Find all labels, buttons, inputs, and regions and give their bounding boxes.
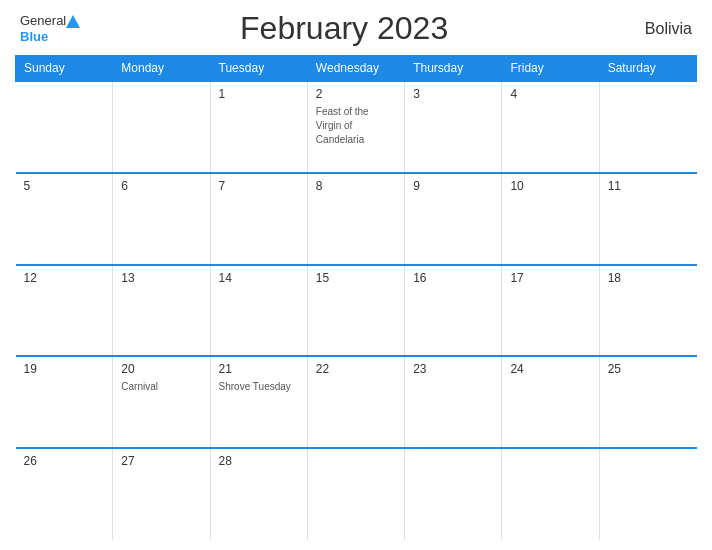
table-row: 17	[502, 265, 599, 357]
table-row	[307, 448, 404, 540]
event-text: Feast of the Virgin of Candelaria	[316, 106, 369, 145]
calendar-container: General Blue February 2023 Bolivia Sunda…	[0, 0, 712, 550]
table-row: 20Carnival	[113, 356, 210, 448]
table-row	[502, 448, 599, 540]
table-row: 23	[405, 356, 502, 448]
month-title: February 2023	[66, 10, 622, 47]
logo: General Blue	[20, 13, 66, 44]
col-monday: Monday	[113, 56, 210, 82]
calendar-header: General Blue February 2023 Bolivia	[15, 10, 697, 47]
day-number: 4	[510, 87, 590, 101]
day-number: 7	[219, 179, 299, 193]
day-number: 13	[121, 271, 201, 285]
day-number: 1	[219, 87, 299, 101]
day-number: 26	[24, 454, 105, 468]
table-row: 3	[405, 81, 502, 173]
table-row: 10	[502, 173, 599, 265]
table-row	[405, 448, 502, 540]
calendar-week-row: 12Feast of the Virgin of Candelaria34	[16, 81, 697, 173]
col-thursday: Thursday	[405, 56, 502, 82]
calendar-week-row: 567891011	[16, 173, 697, 265]
calendar-header-row: Sunday Monday Tuesday Wednesday Thursday…	[16, 56, 697, 82]
day-number: 18	[608, 271, 689, 285]
calendar-week-row: 1920Carnival21Shrove Tuesday22232425	[16, 356, 697, 448]
col-wednesday: Wednesday	[307, 56, 404, 82]
day-number: 24	[510, 362, 590, 376]
day-number: 5	[24, 179, 105, 193]
table-row: 28	[210, 448, 307, 540]
day-number: 8	[316, 179, 396, 193]
table-row: 12	[16, 265, 113, 357]
table-row: 15	[307, 265, 404, 357]
table-row	[113, 81, 210, 173]
logo-text: General Blue	[20, 13, 66, 44]
day-number: 15	[316, 271, 396, 285]
table-row: 4	[502, 81, 599, 173]
table-row: 14	[210, 265, 307, 357]
event-text: Shrove Tuesday	[219, 381, 291, 392]
table-row: 18	[599, 265, 696, 357]
day-number: 14	[219, 271, 299, 285]
table-row: 5	[16, 173, 113, 265]
day-number: 27	[121, 454, 201, 468]
calendar-table: Sunday Monday Tuesday Wednesday Thursday…	[15, 55, 697, 540]
table-row: 22	[307, 356, 404, 448]
col-tuesday: Tuesday	[210, 56, 307, 82]
table-row	[16, 81, 113, 173]
day-number: 22	[316, 362, 396, 376]
table-row	[599, 448, 696, 540]
col-friday: Friday	[502, 56, 599, 82]
day-number: 9	[413, 179, 493, 193]
table-row: 9	[405, 173, 502, 265]
day-number: 17	[510, 271, 590, 285]
table-row: 8	[307, 173, 404, 265]
day-number: 28	[219, 454, 299, 468]
day-number: 16	[413, 271, 493, 285]
day-number: 12	[24, 271, 105, 285]
day-number: 2	[316, 87, 396, 101]
table-row: 25	[599, 356, 696, 448]
table-row: 27	[113, 448, 210, 540]
table-row	[599, 81, 696, 173]
event-text: Carnival	[121, 381, 158, 392]
day-number: 11	[608, 179, 689, 193]
table-row: 16	[405, 265, 502, 357]
col-saturday: Saturday	[599, 56, 696, 82]
day-number: 20	[121, 362, 201, 376]
table-row: 19	[16, 356, 113, 448]
day-number: 21	[219, 362, 299, 376]
day-number: 25	[608, 362, 689, 376]
country-label: Bolivia	[622, 20, 692, 38]
day-number: 6	[121, 179, 201, 193]
table-row: 24	[502, 356, 599, 448]
table-row: 13	[113, 265, 210, 357]
day-number: 19	[24, 362, 105, 376]
table-row: 1	[210, 81, 307, 173]
table-row: 21Shrove Tuesday	[210, 356, 307, 448]
table-row: 7	[210, 173, 307, 265]
calendar-week-row: 12131415161718	[16, 265, 697, 357]
calendar-week-row: 262728	[16, 448, 697, 540]
day-number: 10	[510, 179, 590, 193]
table-row: 6	[113, 173, 210, 265]
table-row: 2Feast of the Virgin of Candelaria	[307, 81, 404, 173]
day-number: 23	[413, 362, 493, 376]
table-row: 26	[16, 448, 113, 540]
table-row: 11	[599, 173, 696, 265]
col-sunday: Sunday	[16, 56, 113, 82]
day-number: 3	[413, 87, 493, 101]
